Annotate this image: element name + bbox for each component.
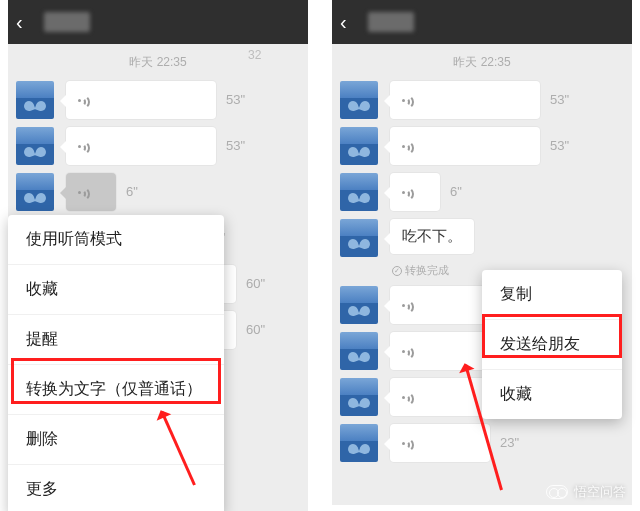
menu-item[interactable]: 发送给朋友	[482, 320, 622, 370]
voice-wave-icon	[402, 436, 416, 450]
back-icon[interactable]: ‹	[340, 12, 360, 32]
avatar[interactable]	[340, 424, 378, 462]
contact-name-blurred	[44, 12, 90, 32]
avatar[interactable]	[340, 81, 378, 119]
avatar[interactable]	[340, 332, 378, 370]
voice-bubble[interactable]	[390, 81, 540, 119]
voice-wave-icon	[78, 139, 92, 153]
voice-wave-icon	[402, 344, 416, 358]
voice-message-row[interactable]: 53"	[332, 123, 632, 169]
voice-duration: 53"	[226, 81, 245, 119]
voice-bubble[interactable]	[390, 424, 490, 462]
text-bubble[interactable]: 吃不下。	[390, 219, 474, 254]
voice-bubble[interactable]	[66, 173, 116, 211]
voice-wave-icon	[402, 185, 416, 199]
voice-duration: 6"	[450, 173, 462, 211]
avatar[interactable]	[340, 219, 378, 257]
voice-message-row[interactable]: 6"	[8, 169, 308, 215]
navbar: ‹	[332, 0, 632, 44]
voice-bubble[interactable]	[390, 173, 440, 211]
voice-wave-icon	[78, 185, 92, 199]
voice-duration: 6"	[126, 173, 138, 211]
screenshot-left: ‹ 32 昨天 22:35 53" 53" 6" 34" 6	[8, 0, 308, 511]
voice-duration: 53"	[550, 127, 569, 165]
voice-duration: 60"	[246, 265, 265, 303]
menu-item[interactable]: 删除	[8, 415, 224, 465]
watermark-text: 悟空问答	[574, 483, 626, 501]
timestamp: 昨天 22:35	[8, 54, 308, 71]
avatar[interactable]	[340, 173, 378, 211]
voice-bubble[interactable]	[66, 81, 216, 119]
menu-item[interactable]: 提醒	[8, 315, 224, 365]
voice-wave-icon	[78, 93, 92, 107]
voice-duration: 53"	[550, 81, 569, 119]
voice-message-row[interactable]: 53"	[8, 123, 308, 169]
menu-item[interactable]: 收藏	[8, 265, 224, 315]
avatar[interactable]	[16, 173, 54, 211]
check-icon: ✓	[392, 266, 402, 276]
voice-duration: 53"	[226, 127, 245, 165]
voice-wave-icon	[402, 139, 416, 153]
navbar: ‹	[8, 0, 308, 44]
watermark: 悟空问答	[546, 483, 626, 501]
menu-item[interactable]: 使用听筒模式	[8, 215, 224, 265]
back-icon[interactable]: ‹	[16, 12, 36, 32]
voice-context-menu: 使用听筒模式收藏提醒转换为文字（仅普通话）删除更多	[8, 215, 224, 511]
timestamp: 昨天 22:35	[332, 54, 632, 71]
avatar[interactable]	[340, 378, 378, 416]
text-context-menu: 复制发送给朋友收藏	[482, 270, 622, 419]
menu-item[interactable]: 收藏	[482, 370, 622, 419]
voice-wave-icon	[402, 298, 416, 312]
menu-item[interactable]: 更多	[8, 465, 224, 511]
voice-bubble[interactable]	[390, 127, 540, 165]
avatar[interactable]	[16, 81, 54, 119]
contact-name-blurred	[368, 12, 414, 32]
avatar[interactable]	[340, 286, 378, 324]
voice-wave-icon	[402, 93, 416, 107]
avatar[interactable]	[16, 127, 54, 165]
menu-item[interactable]: 复制	[482, 270, 622, 320]
voice-wave-icon	[402, 390, 416, 404]
menu-item[interactable]: 转换为文字（仅普通话）	[8, 365, 224, 415]
voice-message-row[interactable]: 53"	[8, 77, 308, 123]
voice-message-row[interactable]: 6"	[332, 169, 632, 215]
watermark-icon	[546, 485, 568, 499]
voice-message-row[interactable]: 53"	[332, 77, 632, 123]
voice-duration: 60"	[246, 311, 265, 349]
avatar[interactable]	[340, 127, 378, 165]
voice-duration: 23"	[500, 424, 519, 462]
voice-bubble[interactable]	[66, 127, 216, 165]
text-message-row[interactable]: 吃不下。	[332, 215, 632, 261]
screenshot-right: ‹ 昨天 22:35 53" 53" 6" 吃不下。 ✓转换完成 34"	[332, 0, 632, 505]
